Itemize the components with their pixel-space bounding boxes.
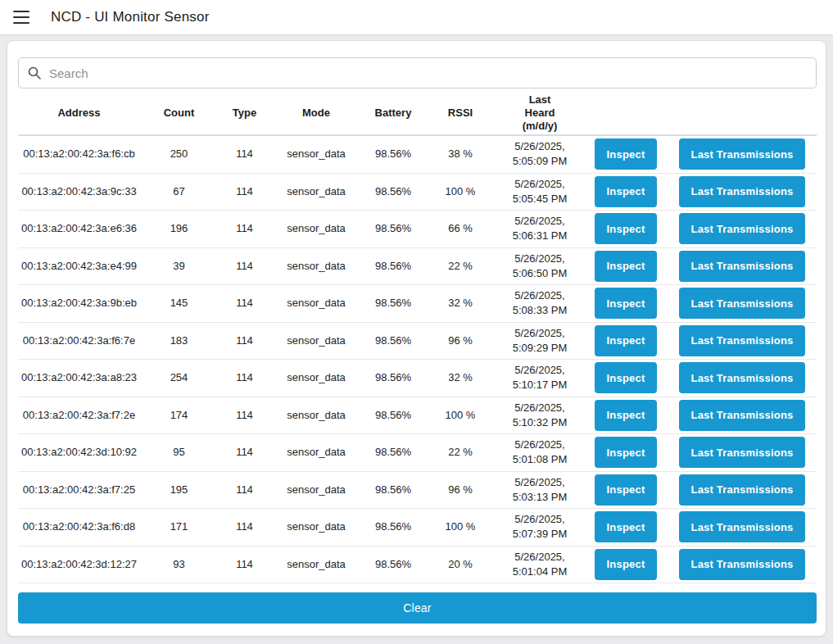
- cell-count: 93: [140, 557, 218, 572]
- cell-last-heard: 5/26/2025, 5:10:17 PM: [496, 363, 584, 392]
- page-title: NCD - UI Monitor Sensor: [51, 9, 210, 25]
- cell-battery: 98.56%: [361, 147, 425, 161]
- cell-rssi: 22 %: [425, 445, 496, 460]
- cell-battery: 98.56%: [361, 408, 425, 423]
- inspect-button[interactable]: Inspect: [595, 288, 657, 319]
- cell-inspect-action: Inspect: [584, 251, 668, 282]
- inspect-button[interactable]: Inspect: [595, 474, 657, 506]
- header-battery: Battery: [361, 107, 425, 120]
- cell-count: 145: [140, 296, 218, 311]
- inspect-button[interactable]: Inspect: [595, 511, 657, 542]
- last-transmissions-button[interactable]: Last Transmissions: [679, 549, 805, 580]
- cell-last-transmissions-action: Last Transmissions: [668, 251, 817, 282]
- cell-rssi: 32 %: [425, 296, 496, 311]
- search-input[interactable]: [18, 57, 817, 88]
- cell-type: 114: [218, 184, 271, 199]
- last-transmissions-button[interactable]: Last Transmissions: [679, 511, 805, 542]
- table-row: 00:13:a2:00:42:3a:e4:99 39 114 sensor_da…: [18, 248, 817, 286]
- cell-mode: sensor_data: [271, 333, 361, 348]
- cell-last-transmissions-action: Last Transmissions: [668, 138, 817, 170]
- table-row: 00:13:a2:00:42:3a:f7:25 195 114 sensor_d…: [18, 472, 817, 510]
- table-row: 00:13:a2:00:42:3a:e6:36 196 114 sensor_d…: [18, 211, 817, 248]
- cell-rssi: 96 %: [425, 333, 496, 348]
- table-header-row: Address Count Type Mode Battery RSSI Las…: [18, 92, 817, 136]
- cell-type: 114: [218, 333, 271, 348]
- inspect-button[interactable]: Inspect: [595, 437, 657, 468]
- table-row: 00:13:a2:00:42:3a:f6:cb 250 114 sensor_d…: [18, 136, 817, 174]
- sensor-table: Address Count Type Mode Battery RSSI Las…: [18, 92, 817, 583]
- cell-battery: 98.56%: [361, 557, 425, 572]
- cell-last-transmissions-action: Last Transmissions: [668, 511, 817, 542]
- cell-address: 00:13:a2:00:42:3a:f6:cb: [18, 147, 140, 161]
- cell-mode: sensor_data: [271, 221, 361, 236]
- last-transmissions-button[interactable]: Last Transmissions: [679, 251, 805, 282]
- last-transmissions-button[interactable]: Last Transmissions: [679, 437, 805, 468]
- hamburger-menu-icon[interactable]: [13, 11, 29, 24]
- cell-mode: sensor_data: [271, 557, 361, 572]
- cell-battery: 98.56%: [361, 370, 425, 385]
- last-transmissions-button[interactable]: Last Transmissions: [679, 138, 805, 170]
- cell-battery: 98.56%: [361, 184, 425, 199]
- cell-last-transmissions-action: Last Transmissions: [668, 437, 817, 468]
- cell-battery: 98.56%: [361, 483, 425, 497]
- cell-count: 95: [140, 445, 218, 460]
- cell-count: 67: [140, 184, 218, 199]
- cell-address: 00:13:a2:00:42:3a:e4:99: [18, 259, 140, 274]
- cell-address: 00:13:a2:00:42:3a:f6:d8: [18, 519, 140, 534]
- cell-last-heard: 5/26/2025, 5:07:39 PM: [496, 512, 584, 542]
- cell-count: 250: [140, 147, 218, 161]
- cell-mode: sensor_data: [271, 259, 361, 274]
- cell-last-heard: 5/26/2025, 5:05:09 PM: [496, 139, 584, 169]
- table-row: 00:13:a2:00:42:3a:9b:eb 145 114 sensor_d…: [18, 285, 817, 323]
- cell-type: 114: [218, 408, 271, 423]
- cell-mode: sensor_data: [271, 370, 361, 385]
- cell-inspect-action: Inspect: [584, 400, 668, 431]
- inspect-button[interactable]: Inspect: [595, 138, 657, 170]
- cell-last-heard: 5/26/2025, 5:01:08 PM: [496, 438, 584, 467]
- header-last-heard: Last Heard (m/d/y): [496, 93, 584, 133]
- cell-last-heard: 5/26/2025, 5:03:13 PM: [496, 475, 584, 505]
- cell-inspect-action: Inspect: [584, 176, 668, 207]
- cell-last-transmissions-action: Last Transmissions: [668, 213, 817, 244]
- cell-inspect-action: Inspect: [584, 288, 668, 319]
- last-transmissions-button[interactable]: Last Transmissions: [679, 213, 805, 244]
- last-transmissions-button[interactable]: Last Transmissions: [679, 288, 805, 319]
- cell-last-transmissions-action: Last Transmissions: [668, 176, 817, 207]
- inspect-button[interactable]: Inspect: [595, 400, 657, 431]
- table-row: 00:13:a2:00:42:3a:9c:33 67 114 sensor_da…: [18, 174, 817, 211]
- clear-button[interactable]: Clear: [18, 592, 817, 624]
- cell-rssi: 38 %: [425, 147, 496, 161]
- inspect-button[interactable]: Inspect: [595, 176, 657, 207]
- cell-address: 00:13:a2:00:42:3d:12:27: [18, 557, 140, 572]
- last-transmissions-button[interactable]: Last Transmissions: [679, 325, 805, 356]
- inspect-button[interactable]: Inspect: [595, 251, 657, 282]
- last-transmissions-button[interactable]: Last Transmissions: [679, 400, 805, 431]
- last-transmissions-button[interactable]: Last Transmissions: [679, 474, 805, 506]
- cell-type: 114: [218, 519, 271, 534]
- header-rssi: RSSI: [425, 107, 496, 120]
- cell-count: 183: [140, 333, 218, 348]
- last-transmissions-button[interactable]: Last Transmissions: [679, 176, 805, 207]
- cell-count: 39: [140, 259, 218, 274]
- cell-rssi: 100 %: [425, 408, 496, 423]
- cell-address: 00:13:a2:00:42:3a:f7:2e: [18, 408, 140, 423]
- cell-last-heard: 5/26/2025, 5:09:29 PM: [496, 326, 584, 356]
- inspect-button[interactable]: Inspect: [595, 325, 657, 356]
- cell-battery: 98.56%: [361, 296, 425, 311]
- cell-inspect-action: Inspect: [584, 549, 668, 580]
- cell-count: 254: [140, 370, 218, 385]
- inspect-button[interactable]: Inspect: [595, 213, 657, 244]
- inspect-button[interactable]: Inspect: [595, 362, 657, 393]
- last-transmissions-button[interactable]: Last Transmissions: [679, 362, 805, 393]
- cell-last-heard: 5/26/2025, 5:06:31 PM: [496, 214, 584, 243]
- cell-last-transmissions-action: Last Transmissions: [668, 400, 817, 431]
- cell-address: 00:13:a2:00:42:3a:9c:33: [18, 184, 140, 199]
- cell-rssi: 20 %: [425, 557, 496, 572]
- cell-address: 00:13:a2:00:42:3a:e6:36: [18, 221, 140, 236]
- cell-type: 114: [218, 483, 271, 497]
- cell-inspect-action: Inspect: [584, 325, 668, 356]
- inspect-button[interactable]: Inspect: [595, 549, 657, 580]
- cell-mode: sensor_data: [271, 408, 361, 423]
- cell-rssi: 96 %: [425, 483, 496, 497]
- cell-address: 00:13:a2:00:42:3a:9b:eb: [18, 296, 140, 311]
